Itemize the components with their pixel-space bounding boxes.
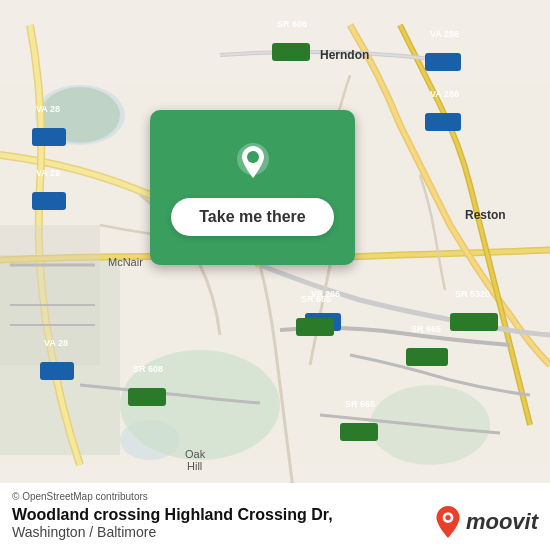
svg-rect-18 [296,318,334,336]
take-me-there-button[interactable]: Take me there [171,198,333,236]
svg-rect-11 [425,53,461,71]
map-roads [0,0,550,550]
svg-rect-7 [0,225,100,365]
svg-point-26 [445,515,450,520]
svg-rect-15 [32,192,66,210]
svg-rect-12 [425,113,461,131]
svg-rect-16 [40,362,74,380]
location-pin-icon [231,140,275,184]
svg-rect-19 [406,348,448,366]
svg-rect-20 [340,423,378,441]
moovit-text: moovit [466,509,538,535]
svg-rect-17 [272,43,310,61]
moovit-pin-icon [434,506,462,538]
svg-rect-22 [450,313,498,331]
svg-point-24 [247,151,259,163]
svg-rect-14 [32,128,66,146]
copyright-text: © OpenStreetMap contributors [12,491,538,502]
bottom-bar: © OpenStreetMap contributors Woodland cr… [0,483,550,550]
moovit-logo: moovit [434,506,538,538]
svg-rect-21 [128,388,166,406]
map-container: VA 286 VA 286 VA 286 VA 28 VA 28 VA 28 S… [0,0,550,550]
location-card[interactable]: Take me there [150,110,355,265]
